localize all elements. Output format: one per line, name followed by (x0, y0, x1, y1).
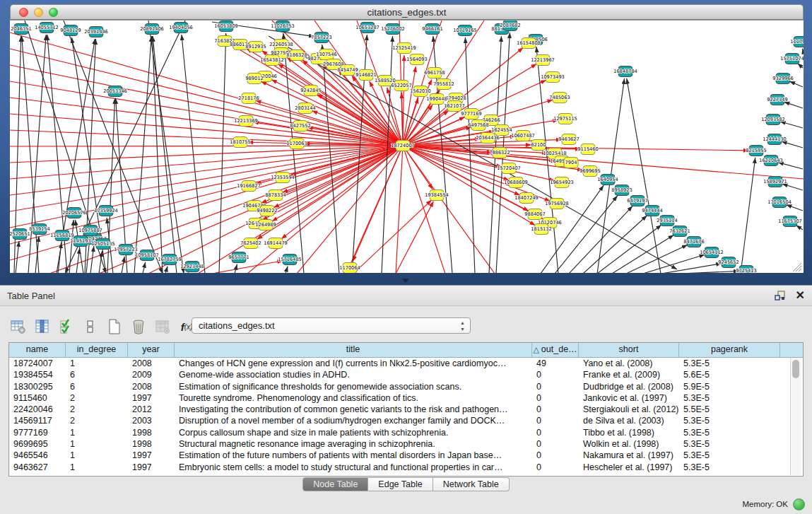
graph-node[interactable]: 15751074 (780, 54, 804, 64)
table-cell[interactable]: Corpus callosum shape and size in male p… (175, 427, 532, 438)
table-cell[interactable]: 1997 (128, 392, 175, 404)
table-cell[interactable]: 5.3E-5 (679, 392, 780, 404)
table-row[interactable]: 946362711997Embryonic stem cells: a mode… (9, 462, 803, 473)
graph-node[interactable]: 9146821 (355, 70, 376, 81)
table-cell[interactable]: 19384554 (9, 369, 66, 380)
graph-node[interactable]: 9725413 (736, 266, 756, 274)
graph-node[interactable]: 2718176 (238, 93, 259, 104)
graph-node[interactable]: 8215955 (746, 146, 766, 156)
table-cell[interactable]: 1998 (128, 438, 175, 450)
table-cell[interactable]: Genome-wide association studies in ADHD. (175, 369, 532, 380)
table-cell[interactable]: 9777169 (9, 427, 66, 438)
graph-node[interactable]: 6479197 (627, 196, 647, 206)
table-row[interactable]: 1872400712008Changes of HCN gene express… (9, 358, 803, 369)
table-cell[interactable]: Disruption of a novel member of a sodium… (175, 415, 532, 426)
graph-node[interactable]: 2520651 (10, 229, 30, 240)
select-rows-icon[interactable] (58, 318, 75, 335)
table-cell[interactable]: 0 (532, 381, 579, 392)
checkbox-column-icon[interactable] (82, 318, 99, 335)
graph-node[interactable]: 20053346 (103, 86, 127, 97)
table-cell[interactable]: 0 (532, 438, 579, 450)
table-cell[interactable]: 22420046 (9, 404, 66, 415)
memory-status-indicator[interactable] (793, 498, 805, 510)
table-cell[interactable]: 5.3E-5 (679, 450, 780, 461)
graph-node[interactable]: 9227349 (767, 95, 787, 105)
table-row[interactable]: 977716911998Corpus callosum shape and si… (9, 427, 803, 438)
graph-node[interactable]: 9657771 (228, 252, 249, 263)
column-header-out_de[interactable]: △out_de… (532, 343, 579, 357)
table-cell[interactable]: Yano et al. (2008) (579, 358, 679, 369)
graph-node[interactable]: 19654923 (550, 177, 574, 188)
graph-node[interactable]: 6961758 (424, 68, 445, 78)
import-table-icon[interactable] (154, 318, 171, 335)
tab-node-table[interactable]: Node Table (302, 477, 368, 491)
graph-node[interactable]: 7485063 (549, 93, 570, 103)
table-cell[interactable]: 0 (532, 462, 579, 473)
table-row[interactable]: 946554611997Estimation of the future num… (9, 450, 803, 461)
graph-node[interactable]: 12975115 (553, 114, 577, 124)
table-cell[interactable]: 1998 (128, 427, 175, 438)
scrollbar-thumb[interactable] (792, 360, 799, 378)
graph-node[interactable]: 9699695 (579, 166, 600, 177)
graph-node[interactable]: 12213369 (234, 116, 258, 127)
table-row[interactable]: 911546021997Tourette syndrome. Phenomeno… (9, 392, 803, 404)
graph-node[interactable]: 10654112 (700, 247, 724, 258)
close-panel-icon[interactable]: ✕ (796, 290, 805, 301)
table-cell[interactable]: 2008 (128, 358, 175, 369)
table-cell[interactable]: 5.9E-5 (679, 381, 780, 392)
graph-node[interactable]: 9245652 (718, 257, 739, 268)
graph-node[interactable]: 9329966 (772, 74, 793, 84)
table-cell[interactable]: 5.3E-5 (679, 438, 780, 450)
table-cell[interactable]: 1997 (128, 462, 175, 473)
graph-node[interactable]: 9242845 (300, 86, 321, 96)
table-cell[interactable]: 5.3E-5 (679, 462, 780, 473)
table-cell[interactable]: Dudbridge et al. (2008) (579, 381, 679, 392)
graph-node[interactable]: 8878334 (265, 190, 286, 201)
table-cell[interactable]: 1 (66, 358, 128, 369)
graph-node[interactable]: 9048129 (60, 25, 81, 36)
graph-node[interactable]: 9463627 (558, 134, 579, 145)
table-cell[interactable]: 49 (532, 358, 579, 369)
table-cell[interactable]: Hescheler et al. (1997) (579, 462, 679, 473)
table-cell[interactable]: 2008 (128, 381, 175, 392)
graph-node[interactable]: 1170064 (339, 263, 360, 274)
column-header-name[interactable]: name (9, 343, 66, 357)
graph-node[interactable]: 12093582 (761, 115, 785, 125)
graph-node[interactable]: 12923448 (180, 262, 204, 272)
column-header-title[interactable]: title (175, 343, 532, 357)
network-canvas[interactable]: 2046351140557129048129203914462089140619… (10, 20, 804, 273)
column-header-short[interactable]: short (579, 343, 679, 357)
table-cell[interactable]: Tourette syndrome. Phenomenology and cla… (175, 392, 532, 404)
table-cell[interactable]: Nakamura et al. (1997) (579, 450, 679, 461)
network-window-titlebar[interactable]: citations_edges.txt (10, 4, 804, 20)
graph-node[interactable]: 9474444 (642, 206, 662, 216)
graph-node[interactable]: 12444130 (763, 134, 787, 145)
table-cell[interactable]: 5.3E-5 (679, 427, 780, 438)
vertical-scrollbar[interactable] (790, 358, 801, 475)
table-row[interactable]: 1938455462009Genome-wide association stu… (9, 369, 803, 380)
graph-node[interactable]: 19404056 (169, 23, 193, 33)
table-cell[interactable]: 0 (532, 369, 579, 380)
network-graph[interactable]: 2046351140557129048129203914462089140619… (10, 21, 804, 273)
splitter-arrow-icon[interactable] (402, 279, 409, 283)
graph-node[interactable]: 10958107 (135, 250, 159, 261)
table-row[interactable]: 2242004622012Investigating the contribut… (9, 404, 803, 415)
table-cell[interactable]: Estimation of significance thresholds fo… (175, 381, 532, 392)
table-settings-icon[interactable] (10, 318, 27, 335)
graph-node[interactable]: 20891406 (140, 24, 164, 35)
table-cell[interactable]: 14569117 (9, 415, 66, 426)
table-cell[interactable]: 5.6E-5 (679, 369, 780, 380)
graph-node[interactable]: 10607487 (511, 131, 535, 141)
table-cell[interactable]: 18300295 (9, 381, 66, 392)
graph-node[interactable]: 7632621 (669, 226, 690, 237)
graph-node[interactable]: 1170063 (286, 139, 307, 149)
column-header-year[interactable]: year (128, 343, 175, 357)
graph-node[interactable]: 10653287 (355, 23, 379, 33)
table-cell[interactable]: 2 (66, 415, 128, 426)
graph-node[interactable]: 1117901 (790, 37, 804, 47)
table-cell[interactable]: Franke et al. (2009) (579, 369, 679, 380)
graph-node[interactable]: 7904 (564, 158, 578, 168)
table-cell[interactable]: 9699695 (9, 438, 66, 450)
table-cell[interactable]: 9463627 (9, 462, 66, 473)
table-cell[interactable]: 5.3E-5 (679, 358, 780, 369)
